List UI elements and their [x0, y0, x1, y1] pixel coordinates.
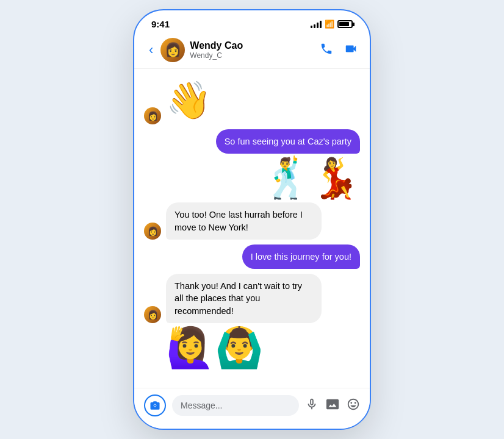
camera-button[interactable]	[144, 394, 166, 416]
message-input[interactable]: Message...	[172, 395, 299, 416]
signal-icon	[311, 21, 322, 28]
message-placeholder: Message...	[181, 401, 222, 410]
message-bubble: Thank you! And I can't wait to try all t…	[166, 274, 322, 323]
avatar-placeholder	[144, 350, 161, 367]
contact-avatar[interactable]: 👩	[160, 38, 185, 62]
message-row: So fun seeing you at Caz's party	[144, 129, 360, 154]
status-icons: 📶	[311, 20, 353, 29]
status-time: 9:41	[151, 19, 170, 29]
back-button[interactable]: ‹	[146, 42, 156, 58]
message-text: You too! One last hurrah before I move t…	[175, 210, 303, 232]
message-row: 🕺💃	[144, 159, 360, 198]
contact-username: Wendy_C	[190, 51, 315, 60]
message-bubble: I love this journey for you!	[242, 244, 360, 269]
message-bubble: You too! One last hurrah before I move t…	[166, 202, 322, 240]
microphone-button[interactable]	[305, 398, 319, 414]
sticker-highfive: 🙋‍♀️🙆‍♂️	[166, 328, 264, 367]
contact-name: Wendy Cao	[190, 40, 315, 51]
sender-avatar: 👩	[144, 107, 161, 124]
message-row: 👩 👋	[144, 76, 360, 124]
message-bubble: So fun seeing you at Caz's party	[216, 129, 360, 154]
header-actions	[320, 42, 358, 59]
message-row: 👩 You too! One last hurrah before I move…	[144, 202, 360, 240]
message-text: I love this journey for you!	[251, 252, 351, 262]
message-row: 👩 Thank you! And I can't wait to try all…	[144, 274, 360, 323]
phone-call-button[interactable]	[320, 42, 333, 59]
sticker-button[interactable]	[347, 398, 360, 414]
sticker-wave: 👋	[166, 79, 212, 122]
input-icons	[305, 398, 360, 414]
chat-header: ‹ 👩 Wendy Cao Wendy_C	[134, 33, 370, 69]
messages-area: 👩 👋 So fun seeing you at Caz's party 🕺💃 …	[134, 69, 370, 388]
battery-icon	[337, 20, 353, 28]
wifi-icon: 📶	[325, 20, 334, 29]
sticker-dancers: 🕺💃	[262, 159, 360, 198]
message-text: So fun seeing you at Caz's party	[225, 137, 351, 146]
message-row: I love this journey for you!	[144, 244, 360, 269]
input-bar: Message...	[134, 388, 370, 429]
message-row: 🙋‍♀️🙆‍♂️	[144, 328, 360, 367]
status-bar: 9:41 📶	[134, 10, 370, 33]
phone-frame: 9:41 📶 ‹ 👩 Wendy Cao Wendy_C	[133, 9, 371, 430]
video-call-button[interactable]	[344, 42, 358, 59]
sender-avatar: 👩	[144, 223, 161, 240]
message-text: Thank you! And I can't wait to try all t…	[175, 281, 302, 316]
image-button[interactable]	[326, 398, 339, 414]
header-info: Wendy Cao Wendy_C	[190, 40, 315, 60]
sender-avatar: 👩	[144, 306, 161, 323]
